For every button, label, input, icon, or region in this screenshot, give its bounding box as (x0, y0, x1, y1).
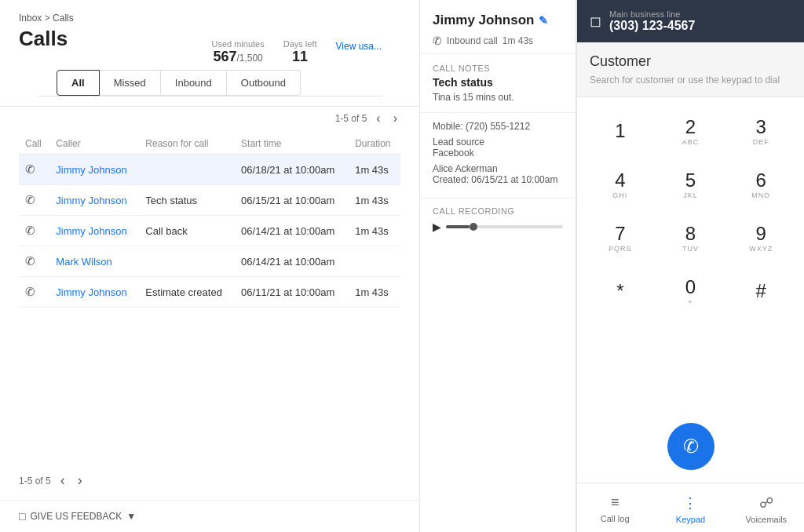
phone-bottom-nav: ≡ Call log ⋮ Keypad ☍ Voicemails (577, 483, 804, 532)
call-button[interactable]: ✆ (667, 423, 714, 470)
nav-keypad[interactable]: ⋮ Keypad (652, 490, 728, 529)
breadcrumb-inbox[interactable]: Inbox (19, 13, 42, 24)
reason-cell (139, 155, 235, 185)
call-icon: ✆ (25, 162, 35, 176)
key-digit: 5 (685, 171, 696, 190)
breadcrumb-current: Calls (53, 13, 74, 24)
feedback-link[interactable]: □ GIVE US FEEDBACK ▼ (19, 510, 400, 523)
key-digit: 0 (685, 278, 696, 297)
key-9[interactable]: 9WXYZ (730, 217, 791, 261)
key-letters: TUV (682, 245, 699, 253)
key-digit: * (616, 282, 623, 301)
nav-voicemails[interactable]: ☍ Voicemails (729, 490, 804, 529)
col-reason: Reason for call (139, 133, 235, 155)
main-content: Inbox > Calls Calls Used minutes 567/1,5… (0, 0, 419, 532)
feedback-arrow: ▼ (126, 511, 136, 522)
keypad-icon: ⋮ (683, 494, 697, 512)
table-container: 1-5 of 5 ‹ › Call Caller Reason for call… (0, 107, 419, 461)
keypad-label: Keypad (676, 515, 705, 524)
key-letters: MNO (751, 191, 770, 199)
pagination-prev[interactable]: ‹ (373, 110, 383, 127)
play-button[interactable]: ▶ (433, 220, 441, 233)
key-digit: # (755, 282, 766, 301)
call-icon: ✆ (25, 285, 35, 298)
breadcrumb: Inbox > Calls (19, 13, 400, 24)
key-1[interactable]: 1 (590, 110, 651, 154)
customer-search-hint: Search for customer or use the keypad to… (590, 75, 791, 86)
nav-call-log[interactable]: ≡ Call log (577, 490, 652, 529)
progress-bar[interactable] (446, 225, 563, 228)
table-row[interactable]: ✆ Jimmy Johnson 06/18/21 at 10:00am 1m 4… (19, 155, 400, 185)
call-notes-desc: Tina is 15 mins out. (433, 92, 563, 103)
caller-cell: Jimmy Johnson (49, 185, 139, 216)
key-letters: + (688, 298, 693, 306)
call-icon: ✆ (25, 193, 35, 206)
bottom-pagination: 1-5 of 5 ‹ › (0, 461, 419, 500)
call-notes-label: Call notes (433, 64, 563, 73)
inbound-info: ✆ Inbound call 1m 43s (433, 35, 563, 47)
key-4[interactable]: 4GHI (590, 163, 651, 207)
used-minutes-stat: Used minutes 567/1,500 (211, 39, 264, 65)
call-icon-cell: ✆ (19, 185, 49, 216)
bottom-next-btn[interactable]: › (75, 471, 86, 490)
reason-cell (139, 246, 235, 277)
table-row[interactable]: ✆ Jimmy Johnson Tech status 06/15/21 at … (19, 185, 400, 216)
start-time-cell: 06/11/21 at 10:00am (235, 277, 349, 308)
key-#[interactable]: # (730, 270, 791, 314)
table-row[interactable]: ✆ Jimmy Johnson Call back 06/14/21 at 10… (19, 216, 400, 246)
key-2[interactable]: 2ABC (660, 110, 722, 154)
key-3[interactable]: 3DEF (730, 110, 791, 154)
pagination-next[interactable]: › (390, 110, 400, 127)
bottom-prev-btn[interactable]: ‹ (57, 471, 68, 490)
table-row[interactable]: ✆ Jimmy Johnson Estimate created 06/11/2… (19, 277, 400, 308)
key-letters: PQRS (608, 245, 632, 253)
pagination-summary: 1-5 of 5 (335, 113, 367, 124)
key-5[interactable]: 5JKL (660, 163, 722, 207)
line-label: Main business line (609, 9, 695, 19)
voicemail-icon: ☍ (759, 494, 773, 512)
breadcrumb-separator: > (45, 13, 50, 24)
start-time-cell: 06/18/21 at 10:00am (235, 155, 349, 185)
created-info: Alice Ackerman Created: 06/15/21 at 10:0… (433, 163, 563, 185)
key-8[interactable]: 8TUV (660, 217, 722, 261)
tab-all[interactable]: All (57, 70, 100, 96)
caller-cell: Jimmy Johnson (49, 216, 139, 246)
duration-cell: 1m 43s (349, 216, 400, 246)
key-letters: JKL (683, 191, 698, 199)
progress-fill (446, 225, 470, 228)
key-0[interactable]: 0+ (660, 270, 722, 314)
duration-cell: 1m 43s (349, 155, 400, 185)
top-pagination: 1-5 of 5 ‹ › (19, 107, 400, 133)
inbound-call-icon: ✆ (433, 35, 442, 47)
table-row[interactable]: ✆ Mark Wilson 06/14/21 at 10:00am (19, 246, 400, 277)
call-icon: ✆ (25, 254, 35, 268)
bottom-pagination-summary: 1-5 of 5 (19, 476, 51, 486)
key-6[interactable]: 6MNO (730, 163, 791, 207)
days-left-label: Days left (283, 39, 317, 49)
progress-thumb (470, 223, 477, 231)
days-left-value: 11 (283, 49, 317, 65)
tab-missed[interactable]: Missed (100, 70, 161, 96)
reason-cell: Estimate created (139, 277, 235, 308)
days-left-stat: Days left 11 (283, 39, 317, 65)
start-time-cell: 06/14/21 at 10:00am (235, 246, 349, 277)
key-letters: WXYZ (749, 245, 773, 253)
view-usage-link[interactable]: View usa... (336, 41, 382, 65)
start-time-cell: 06/15/21 at 10:00am (235, 185, 349, 216)
key-digit: 4 (615, 171, 625, 190)
call-icon-cell: ✆ (19, 246, 49, 277)
call-meta: Mobile: (720) 555-1212 Lead source Faceb… (420, 113, 576, 199)
key-*[interactable]: * (590, 270, 651, 314)
page-header: Inbox > Calls Calls Used minutes 567/1,5… (0, 0, 419, 107)
reason-cell: Tech status (139, 185, 235, 216)
customer-section: Customer Search for customer or use the … (577, 42, 804, 97)
edit-icon[interactable]: ✎ (539, 14, 548, 27)
tab-outbound[interactable]: Outbound (227, 70, 301, 96)
key-letters: GHI (612, 191, 627, 199)
key-digit: 1 (615, 122, 625, 140)
customer-label: Customer (590, 53, 791, 70)
tab-inbound[interactable]: Inbound (161, 70, 227, 96)
key-7[interactable]: 7PQRS (590, 217, 651, 261)
feedback-label: GIVE US FEEDBACK (30, 511, 122, 522)
call-detail-header: Jimmy Johnson ✎ ✆ Inbound call 1m 43s (420, 0, 576, 54)
